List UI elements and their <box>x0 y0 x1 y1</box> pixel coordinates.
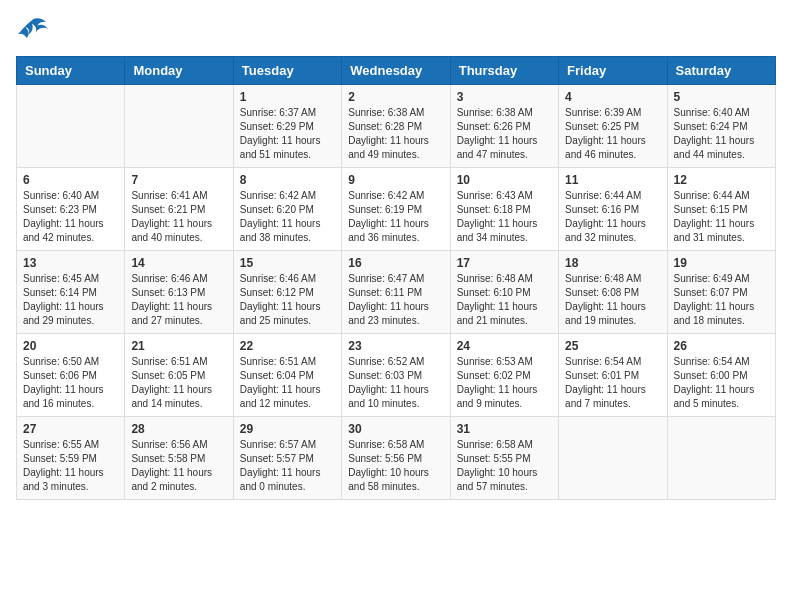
cell-info: Sunset: 5:58 PM <box>131 452 226 466</box>
cell-info: Sunset: 6:29 PM <box>240 120 335 134</box>
cell-info: Daylight: 11 hours and 25 minutes. <box>240 300 335 328</box>
day-number: 7 <box>131 173 226 187</box>
calendar-week-row: 13Sunrise: 6:45 AMSunset: 6:14 PMDayligh… <box>17 251 776 334</box>
calendar-cell: 2Sunrise: 6:38 AMSunset: 6:28 PMDaylight… <box>342 85 450 168</box>
calendar-week-row: 1Sunrise: 6:37 AMSunset: 6:29 PMDaylight… <box>17 85 776 168</box>
cell-info: Sunrise: 6:43 AM <box>457 189 552 203</box>
cell-info: Daylight: 11 hours and 36 minutes. <box>348 217 443 245</box>
day-number: 12 <box>674 173 769 187</box>
cell-info: Daylight: 11 hours and 5 minutes. <box>674 383 769 411</box>
logo-icon <box>16 16 48 44</box>
calendar-cell: 19Sunrise: 6:49 AMSunset: 6:07 PMDayligh… <box>667 251 775 334</box>
cell-info: Sunrise: 6:56 AM <box>131 438 226 452</box>
day-number: 28 <box>131 422 226 436</box>
cell-info: Sunset: 5:55 PM <box>457 452 552 466</box>
day-number: 23 <box>348 339 443 353</box>
day-number: 8 <box>240 173 335 187</box>
cell-info: Sunset: 6:06 PM <box>23 369 118 383</box>
day-number: 2 <box>348 90 443 104</box>
cell-info: Sunset: 6:14 PM <box>23 286 118 300</box>
calendar-cell: 4Sunrise: 6:39 AMSunset: 6:25 PMDaylight… <box>559 85 667 168</box>
cell-info: Sunset: 6:01 PM <box>565 369 660 383</box>
cell-info: Sunset: 6:03 PM <box>348 369 443 383</box>
day-number: 25 <box>565 339 660 353</box>
calendar-cell: 27Sunrise: 6:55 AMSunset: 5:59 PMDayligh… <box>17 417 125 500</box>
cell-info: Daylight: 11 hours and 19 minutes. <box>565 300 660 328</box>
day-number: 19 <box>674 256 769 270</box>
weekday-header-thursday: Thursday <box>450 57 558 85</box>
cell-info: Daylight: 11 hours and 27 minutes. <box>131 300 226 328</box>
cell-info: Sunset: 5:57 PM <box>240 452 335 466</box>
calendar-cell: 26Sunrise: 6:54 AMSunset: 6:00 PMDayligh… <box>667 334 775 417</box>
calendar-cell <box>667 417 775 500</box>
cell-info: Daylight: 11 hours and 9 minutes. <box>457 383 552 411</box>
calendar-cell: 18Sunrise: 6:48 AMSunset: 6:08 PMDayligh… <box>559 251 667 334</box>
cell-info: Daylight: 11 hours and 29 minutes. <box>23 300 118 328</box>
cell-info: Sunrise: 6:42 AM <box>348 189 443 203</box>
cell-info: Sunset: 6:07 PM <box>674 286 769 300</box>
calendar-cell: 17Sunrise: 6:48 AMSunset: 6:10 PMDayligh… <box>450 251 558 334</box>
cell-info: Daylight: 11 hours and 18 minutes. <box>674 300 769 328</box>
calendar-cell <box>559 417 667 500</box>
page-header <box>16 16 776 44</box>
cell-info: Sunset: 6:00 PM <box>674 369 769 383</box>
day-number: 31 <box>457 422 552 436</box>
cell-info: Sunset: 6:25 PM <box>565 120 660 134</box>
cell-info: Sunrise: 6:58 AM <box>457 438 552 452</box>
cell-info: Daylight: 11 hours and 21 minutes. <box>457 300 552 328</box>
calendar-cell: 11Sunrise: 6:44 AMSunset: 6:16 PMDayligh… <box>559 168 667 251</box>
day-number: 21 <box>131 339 226 353</box>
calendar-week-row: 6Sunrise: 6:40 AMSunset: 6:23 PMDaylight… <box>17 168 776 251</box>
calendar-cell <box>125 85 233 168</box>
weekday-header-friday: Friday <box>559 57 667 85</box>
day-number: 3 <box>457 90 552 104</box>
cell-info: Sunrise: 6:39 AM <box>565 106 660 120</box>
cell-info: Daylight: 11 hours and 47 minutes. <box>457 134 552 162</box>
calendar-cell: 20Sunrise: 6:50 AMSunset: 6:06 PMDayligh… <box>17 334 125 417</box>
cell-info: Sunrise: 6:44 AM <box>674 189 769 203</box>
cell-info: Daylight: 11 hours and 14 minutes. <box>131 383 226 411</box>
day-number: 10 <box>457 173 552 187</box>
day-number: 16 <box>348 256 443 270</box>
weekday-header-tuesday: Tuesday <box>233 57 341 85</box>
cell-info: Sunrise: 6:57 AM <box>240 438 335 452</box>
calendar-cell: 23Sunrise: 6:52 AMSunset: 6:03 PMDayligh… <box>342 334 450 417</box>
calendar-cell: 14Sunrise: 6:46 AMSunset: 6:13 PMDayligh… <box>125 251 233 334</box>
day-number: 22 <box>240 339 335 353</box>
calendar-cell: 24Sunrise: 6:53 AMSunset: 6:02 PMDayligh… <box>450 334 558 417</box>
cell-info: Sunrise: 6:55 AM <box>23 438 118 452</box>
cell-info: Sunrise: 6:40 AM <box>23 189 118 203</box>
cell-info: Sunset: 5:59 PM <box>23 452 118 466</box>
cell-info: Sunset: 6:13 PM <box>131 286 226 300</box>
cell-info: Daylight: 11 hours and 31 minutes. <box>674 217 769 245</box>
day-number: 13 <box>23 256 118 270</box>
cell-info: Sunrise: 6:54 AM <box>674 355 769 369</box>
cell-info: Sunrise: 6:42 AM <box>240 189 335 203</box>
day-number: 29 <box>240 422 335 436</box>
day-number: 18 <box>565 256 660 270</box>
cell-info: Sunset: 6:16 PM <box>565 203 660 217</box>
calendar-cell: 5Sunrise: 6:40 AMSunset: 6:24 PMDaylight… <box>667 85 775 168</box>
logo <box>16 16 52 44</box>
cell-info: Sunset: 6:28 PM <box>348 120 443 134</box>
cell-info: Daylight: 11 hours and 7 minutes. <box>565 383 660 411</box>
cell-info: Sunset: 6:19 PM <box>348 203 443 217</box>
cell-info: Daylight: 11 hours and 38 minutes. <box>240 217 335 245</box>
cell-info: Daylight: 11 hours and 46 minutes. <box>565 134 660 162</box>
calendar-cell: 10Sunrise: 6:43 AMSunset: 6:18 PMDayligh… <box>450 168 558 251</box>
cell-info: Sunset: 6:15 PM <box>674 203 769 217</box>
calendar-cell: 3Sunrise: 6:38 AMSunset: 6:26 PMDaylight… <box>450 85 558 168</box>
cell-info: Sunset: 6:04 PM <box>240 369 335 383</box>
cell-info: Sunset: 6:20 PM <box>240 203 335 217</box>
cell-info: Sunset: 5:56 PM <box>348 452 443 466</box>
cell-info: Sunrise: 6:37 AM <box>240 106 335 120</box>
cell-info: Daylight: 10 hours and 58 minutes. <box>348 466 443 494</box>
calendar-cell: 31Sunrise: 6:58 AMSunset: 5:55 PMDayligh… <box>450 417 558 500</box>
cell-info: Daylight: 11 hours and 12 minutes. <box>240 383 335 411</box>
day-number: 26 <box>674 339 769 353</box>
calendar-cell: 12Sunrise: 6:44 AMSunset: 6:15 PMDayligh… <box>667 168 775 251</box>
cell-info: Daylight: 11 hours and 49 minutes. <box>348 134 443 162</box>
calendar-cell: 21Sunrise: 6:51 AMSunset: 6:05 PMDayligh… <box>125 334 233 417</box>
day-number: 27 <box>23 422 118 436</box>
cell-info: Sunrise: 6:52 AM <box>348 355 443 369</box>
